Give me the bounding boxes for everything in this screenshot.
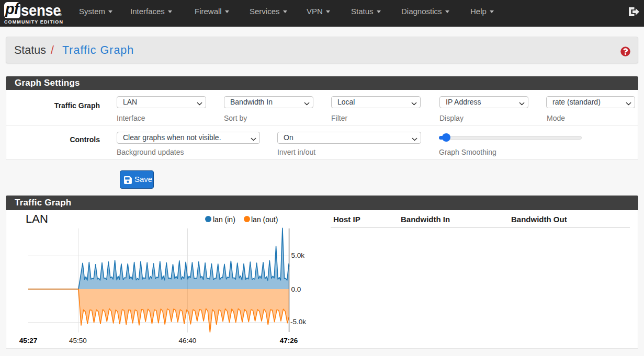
svg-text:0.0: 0.0: [291, 285, 301, 293]
svg-text:46:40: 46:40: [179, 337, 197, 344]
svg-text:45:50: 45:50: [69, 337, 87, 344]
svg-text:-5.0k: -5.0k: [290, 318, 306, 326]
svg-text:47:26: 47:26: [280, 337, 298, 344]
svg-text:45:27: 45:27: [19, 337, 38, 344]
svg-text:5.0k: 5.0k: [291, 251, 305, 259]
